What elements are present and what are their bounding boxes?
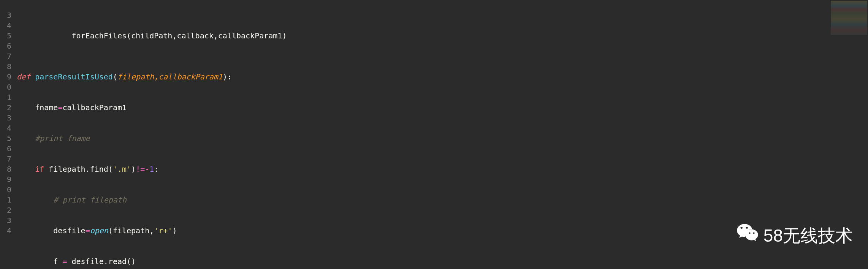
line-number: 1 (0, 195, 11, 205)
code-line[interactable]: forEachFiles(childPath,callback,callback… (15, 31, 830, 41)
wechat-icon (736, 222, 759, 250)
line-number: 5 (0, 31, 11, 41)
line-number: 7 (0, 51, 11, 62)
code-line[interactable]: if filepath.find('.m')!=-1: (15, 164, 830, 174)
line-number: 9 (0, 72, 11, 82)
line-number: 9 (0, 174, 11, 185)
line-number-gutter: 3 4 5 6 7 8 9 0 1 2 3 4 5 6 7 8 9 0 1 2 … (0, 0, 15, 269)
line-number: 2 (0, 103, 11, 113)
line-number: 4 (0, 21, 11, 31)
code-line[interactable]: f = desfile.read() (15, 256, 830, 267)
code-content[interactable]: forEachFiles(childPath,callback,callback… (15, 0, 830, 269)
line-number: 7 (0, 154, 11, 164)
minimap-viewport[interactable] (831, 1, 867, 35)
line-number: 3 (0, 10, 11, 21)
line-number: 0 (0, 185, 11, 195)
line-number: 0 (0, 82, 11, 92)
line-number: 6 (0, 41, 11, 51)
code-line[interactable]: desfile=open(filepath,'r+') (15, 226, 830, 236)
line-number (0, 236, 11, 246)
code-line[interactable]: def parseResultIsUsed(filepath,callbackP… (15, 72, 830, 82)
line-number: 4 (0, 123, 11, 133)
line-number (0, 0, 11, 10)
watermark-text: 58无线技术 (763, 224, 853, 247)
line-number: 2 (0, 205, 11, 215)
line-number: 1 (0, 92, 11, 103)
line-number: 4 (0, 226, 11, 236)
code-line[interactable]: #print fname (15, 133, 830, 144)
watermark: 58无线技术 (736, 222, 853, 250)
line-number: 8 (0, 62, 11, 72)
code-line[interactable]: # print filepath (15, 195, 830, 205)
line-number: 6 (0, 144, 11, 154)
line-number: 8 (0, 164, 11, 174)
line-number: 5 (0, 133, 11, 144)
line-number: 3 (0, 215, 11, 226)
code-line[interactable]: fname=callbackParam1 (15, 103, 830, 113)
line-number: 3 (0, 113, 11, 123)
